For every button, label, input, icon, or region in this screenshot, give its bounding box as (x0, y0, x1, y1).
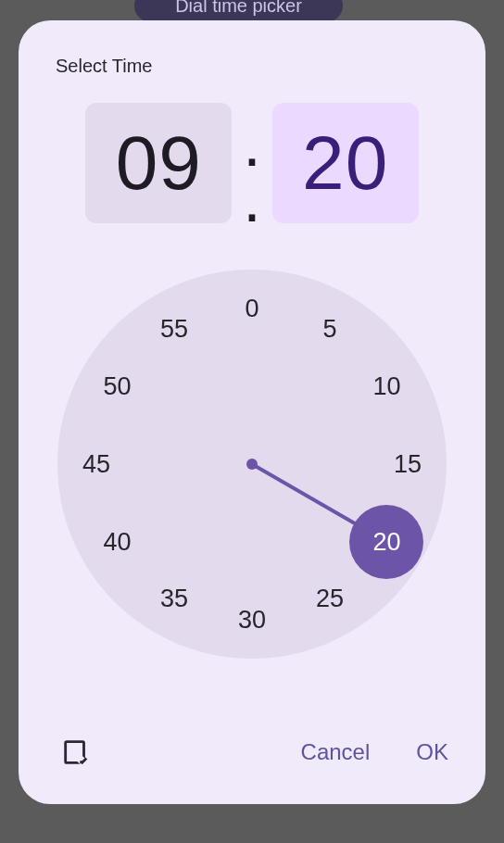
keyboard-input-button[interactable] (56, 732, 96, 773)
ok-button[interactable]: OK (416, 739, 448, 765)
clock-label-15[interactable]: 15 (380, 436, 435, 492)
clock-label-0[interactable]: 0 (224, 281, 280, 336)
clock-label-10[interactable]: 10 (359, 359, 414, 414)
clock-label-55[interactable]: 55 (146, 302, 202, 358)
clock-label-30[interactable]: 30 (224, 592, 280, 648)
clock-container: 0510152025303540455055 (56, 270, 448, 713)
clock-label-45[interactable]: 45 (69, 436, 124, 492)
dialog-footer: Cancel OK (56, 732, 448, 773)
cancel-button[interactable]: Cancel (301, 739, 371, 765)
clock-label-40[interactable]: 40 (90, 514, 145, 570)
clock-dial[interactable]: 0510152025303540455055 (57, 270, 447, 659)
clock-label-50[interactable]: 50 (90, 359, 145, 414)
time-colon: ·· (243, 130, 260, 196)
clock-label-25[interactable]: 25 (302, 571, 358, 626)
footer-actions: Cancel OK (301, 739, 448, 765)
chip-label: Dial time picker (175, 0, 302, 17)
clock-center-dot (246, 459, 258, 470)
clock-label-5[interactable]: 5 (302, 302, 358, 358)
clock-selected-marker[interactable]: 20 (349, 505, 423, 579)
dialog-title: Select Time (56, 56, 448, 77)
clock-label-35[interactable]: 35 (146, 571, 202, 626)
dial-time-picker-chip[interactable]: Dial time picker (134, 0, 343, 22)
keyboard-icon (60, 736, 92, 768)
time-picker-dialog: Select Time 09 ·· 20 0510152025303540455… (19, 20, 485, 804)
minute-field[interactable]: 20 (272, 103, 419, 223)
hour-field[interactable]: 09 (85, 103, 232, 223)
time-display-row: 09 ·· 20 (56, 103, 448, 223)
